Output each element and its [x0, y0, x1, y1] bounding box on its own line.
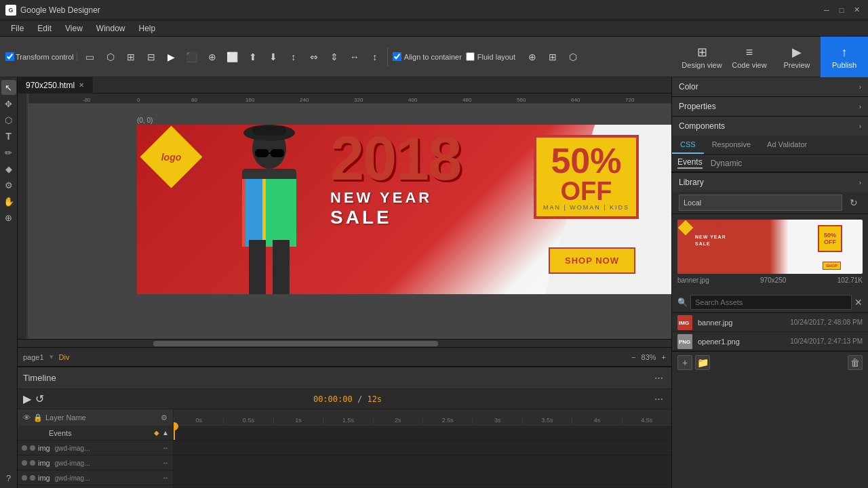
h-scrollbar[interactable]	[18, 339, 671, 347]
menu-file[interactable]: File	[4, 22, 31, 35]
tool-misc2[interactable]: ⊞	[543, 47, 562, 66]
tool-help[interactable]: ?	[1, 470, 16, 485]
library-header[interactable]: Library ›	[672, 173, 868, 192]
banner-shop-now-button[interactable]: SHOP NOW	[549, 247, 635, 274]
tool-hand[interactable]: ✋	[1, 194, 16, 209]
align-to-container-checkbox[interactable]	[393, 52, 401, 61]
loop-button[interactable]: ↺	[35, 392, 44, 405]
banner-sale: SALE	[330, 207, 460, 228]
main-area: ↖ ✥ ⬡ T ✏ ◆ ⚙ ✋ ⊕ ? 970x250.html ✕	[0, 77, 868, 488]
tab-css[interactable]: CSS	[672, 136, 704, 154]
tab-close-icon[interactable]: ✕	[79, 81, 84, 89]
tool-frame[interactable]: ⬡	[101, 47, 120, 66]
tool-rect[interactable]: ▭	[81, 47, 100, 66]
timeline-options-button[interactable]: ⋯	[651, 392, 666, 407]
tool-pen[interactable]: ✏	[1, 145, 16, 160]
canvas-origin-label: (0, 0)	[137, 117, 153, 124]
zoom-plus[interactable]: +	[662, 353, 666, 361]
layer-lock-dot-3[interactable]	[30, 475, 35, 481]
tool-align-center[interactable]: ⊕	[203, 47, 222, 66]
svg-text:0: 0	[137, 97, 140, 103]
tab-events[interactable]: Events	[677, 157, 703, 169]
svg-rect-29	[255, 149, 269, 157]
components-header[interactable]: Components ›	[672, 117, 868, 136]
search-assets-input[interactable]	[690, 295, 852, 310]
svg-text:320: 320	[354, 97, 363, 103]
canvas-area: 970x250.html ✕	[18, 77, 671, 488]
tab-dynamic[interactable]: Dynamic	[711, 159, 743, 168]
tool-pan[interactable]: ✥	[1, 96, 16, 111]
tool-distribute[interactable]: ⊞	[121, 47, 140, 66]
timeline-more-button[interactable]: ⋯	[651, 371, 666, 386]
align-to-container-label[interactable]: Align to container	[393, 52, 462, 61]
tab-ad-validator[interactable]: Ad Validator	[759, 136, 815, 154]
tool-eyedropper[interactable]: ⊕	[1, 210, 16, 225]
publish-button[interactable]: ↑ Publish	[821, 37, 868, 77]
tool-size-w[interactable]: ↔	[345, 47, 364, 66]
fluid-layout-label[interactable]: Fluid layout	[466, 52, 515, 61]
h-scroll-thumb[interactable]	[153, 341, 438, 346]
folder-asset-button[interactable]: 📁	[695, 355, 710, 370]
tool-spacing[interactable]: ⊟	[142, 47, 161, 66]
events-diamond-icon[interactable]: ◆	[154, 429, 159, 436]
menu-window[interactable]: Window	[90, 22, 132, 35]
tool-misc3[interactable]: ⬡	[564, 47, 583, 66]
tool-select[interactable]: ↖	[1, 80, 16, 95]
asset-row-opener: PNG opener1.png 10/24/2017, 2:47:13 PM	[672, 332, 868, 351]
minimize-button[interactable]: ─	[821, 4, 833, 16]
transform-control-label[interactable]: Transform control	[16, 53, 74, 61]
tool-component[interactable]: ⚙	[1, 178, 16, 192]
library-dropdown[interactable]: Local	[679, 195, 842, 211]
tool-align-right[interactable]: ⬜	[223, 47, 242, 66]
preview-filename: banner.jpg	[677, 277, 709, 284]
close-button[interactable]: ✕	[850, 4, 863, 16]
search-clear-icon[interactable]: ✕	[854, 297, 863, 308]
tool-dist-v[interactable]: ⇕	[325, 47, 344, 66]
layer-lock-dot-1[interactable]	[30, 445, 35, 451]
tool-text[interactable]: T	[1, 129, 16, 144]
tool-misc1[interactable]: ⊕	[523, 47, 542, 66]
fluid-layout-checkbox[interactable]	[466, 52, 475, 61]
layer-lock-dot-2[interactable]	[30, 460, 35, 466]
add-asset-button[interactable]: +	[677, 355, 692, 370]
ruler-4.5s: 4.5s	[622, 417, 671, 424]
canvas-viewport[interactable]: -80 0 80 160 240 320 400 480 560 640 720…	[28, 94, 671, 339]
tool-align-middle[interactable]: ⬇	[264, 47, 283, 66]
design-view-button[interactable]: ⊞ Design view	[678, 37, 726, 77]
zoom-minus[interactable]: −	[631, 353, 635, 361]
tool-cursor[interactable]: ▶	[162, 47, 181, 66]
preview-button[interactable]: ▶ Preview	[773, 37, 821, 77]
layer-settings-icon[interactable]: ⚙	[161, 413, 167, 422]
tool-size-h[interactable]: ↕	[366, 47, 384, 66]
play-button[interactable]: ▶	[23, 392, 31, 405]
banner-container: logo	[137, 125, 671, 294]
tool-dist-h[interactable]: ⇔	[304, 47, 323, 66]
events-layer-name: Events	[49, 429, 151, 437]
menu-edit[interactable]: Edit	[31, 22, 58, 35]
properties-header[interactable]: Properties ›	[672, 97, 868, 116]
library-refresh-button[interactable]: ↻	[846, 195, 861, 210]
maximize-button[interactable]: □	[835, 4, 848, 16]
tool-zoom[interactable]: ⬡	[1, 113, 16, 127]
code-view-button[interactable]: ≡ Code view	[726, 37, 773, 77]
tab-file[interactable]: 970x250.html ✕	[18, 77, 93, 94]
playhead[interactable]	[174, 426, 175, 440]
tool-align-left[interactable]: ⬛	[182, 47, 201, 66]
canvas-with-ruler: -80 0 80 160 240 320 400 480 560 640 720…	[18, 94, 671, 339]
menu-view[interactable]: View	[58, 22, 90, 35]
tab-responsive[interactable]: Responsive	[704, 136, 759, 154]
menu-help[interactable]: Help	[132, 22, 163, 35]
tool-align-bottom[interactable]: ↕	[284, 47, 303, 66]
layer-vis-dot-2[interactable]	[22, 460, 27, 466]
layer-vis-dot-3[interactable]	[22, 475, 27, 481]
color-header[interactable]: Color ›	[672, 77, 868, 96]
tool-align-top[interactable]: ⬆	[243, 47, 262, 66]
events-arrow-icon[interactable]: ▲	[162, 429, 169, 436]
transform-control-checkbox[interactable]	[5, 52, 14, 61]
layer-vis-dot-1[interactable]	[22, 445, 27, 451]
layer-row-img1: img gwd-imag... ↔	[18, 441, 173, 455]
tool-shape[interactable]: ◆	[1, 161, 16, 176]
promo-off: OFF	[542, 178, 631, 204]
delete-asset-button[interactable]: 🗑	[848, 355, 863, 370]
ruler-4s: 4s	[572, 417, 621, 424]
